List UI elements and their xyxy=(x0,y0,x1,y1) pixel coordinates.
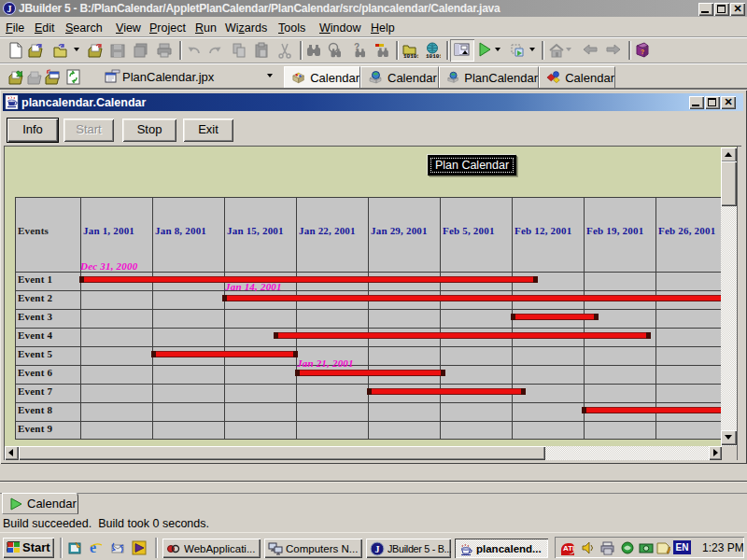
svg-text:ATI: ATI xyxy=(563,544,574,553)
svg-text:10101: 10101 xyxy=(403,53,418,59)
svg-text:e: e xyxy=(90,540,96,555)
svg-text:J: J xyxy=(7,4,12,14)
svg-text:J: J xyxy=(375,544,380,554)
svg-text:?: ? xyxy=(641,49,644,55)
svg-text:10101: 10101 xyxy=(426,53,441,59)
